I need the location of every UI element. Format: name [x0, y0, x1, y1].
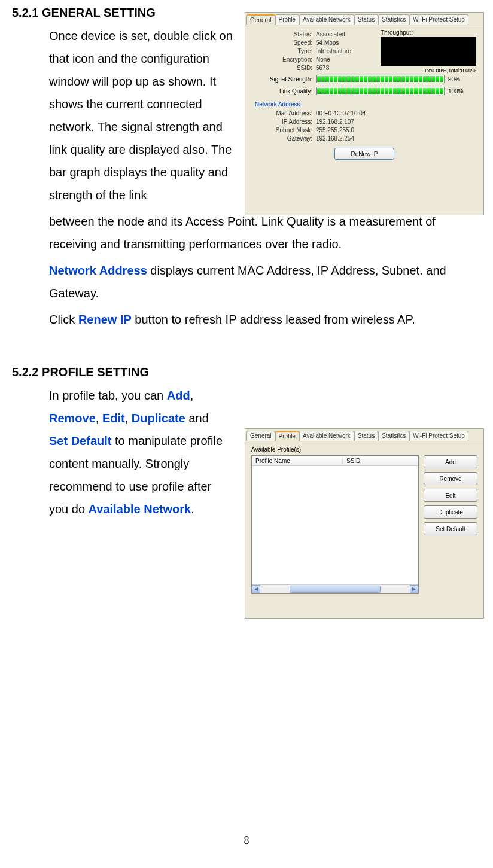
status-label: Status: — [252, 31, 316, 38]
horizontal-scrollbar[interactable]: ◀ ▶ — [252, 584, 418, 593]
network-address-term: Network Address — [49, 264, 147, 277]
scroll-track[interactable] — [260, 585, 410, 593]
remove-button[interactable]: Remove — [424, 472, 477, 485]
profile-setting-screenshot: General Profile Available Network Status… — [245, 428, 484, 619]
type-value: Infrastructure — [316, 48, 351, 54]
section-2-heading: 5.2.2 PROFILE SETTING — [12, 366, 481, 379]
tab-statistics[interactable]: Statistics — [378, 14, 409, 25]
throughput-stats: Tx:0.00%,Total:0.00% — [381, 68, 476, 74]
tab-wifi-protect-setup[interactable]: Wi-Fi Protect Setup — [409, 14, 468, 25]
link-quality-label: Link Quality: — [252, 88, 316, 95]
throughput-label: Throughput: — [381, 29, 476, 36]
ssid-value: 5678 — [316, 65, 329, 71]
tabs-row: General Profile Available Network Status… — [245, 13, 483, 25]
tab2-profile[interactable]: Profile — [275, 431, 299, 441]
section-1-p3-post: button to refresh IP address leased from… — [132, 313, 415, 326]
tab2-statistics[interactable]: Statistics — [378, 431, 409, 441]
col-ssid[interactable]: SSID — [343, 458, 418, 464]
profile-list[interactable]: Profile Name SSID ◀ ▶ — [251, 455, 419, 594]
tab2-available-network[interactable]: Available Network — [299, 431, 354, 441]
encryption-value: None — [316, 56, 330, 63]
network-address-label: Network Address: — [255, 101, 476, 108]
section-1-p2: Network Address displays current MAC Add… — [49, 259, 481, 304]
subnet-value: 255.255.255.0 — [316, 127, 354, 133]
tab-general[interactable]: General — [246, 14, 275, 25]
section-1-p1b: between the node and its Access Point. L… — [49, 210, 481, 255]
remove-term: Remove — [49, 412, 96, 425]
add-button[interactable]: Add — [424, 455, 477, 468]
type-label: Type: — [252, 48, 316, 54]
encryption-label: Encryption: — [252, 56, 316, 63]
signal-strength-bar — [316, 75, 445, 83]
link-quality-bar — [316, 87, 445, 95]
page-number: 8 — [0, 835, 493, 847]
scroll-right-icon[interactable]: ▶ — [410, 585, 418, 593]
edit-button[interactable]: Edit — [424, 489, 477, 502]
set-default-button[interactable]: Set Default — [424, 522, 477, 535]
mac-value: 00:E0:4C:07:10:04 — [316, 110, 366, 117]
edit-term: Edit — [102, 412, 125, 425]
profile-buttons: Add Remove Edit Duplicate Set Default — [424, 455, 477, 594]
section-2-intro: In profile tab, you can — [49, 389, 163, 402]
and-text: and — [185, 412, 209, 425]
signal-strength-percent: 90% — [448, 76, 460, 83]
section-2-period: . — [191, 502, 194, 516]
gateway-value: 192.168.2.254 — [316, 135, 354, 142]
ip-label: IP Address: — [252, 118, 316, 125]
gateway-label: Gateway: — [252, 135, 316, 142]
section-2-body: In profile tab, you can Add, Remove, Edi… — [49, 384, 229, 520]
throughput-panel: Throughput: Tx:0.00%,Total:0.00% — [381, 29, 476, 74]
section-1-p3-pre: Click — [49, 313, 78, 326]
speed-label: Speed: — [252, 39, 316, 46]
available-profiles-label: Available Profile(s) — [251, 446, 477, 453]
duplicate-button[interactable]: Duplicate — [424, 505, 477, 519]
set-default-term: Set Default — [49, 434, 111, 447]
link-quality-percent: 100% — [448, 88, 464, 95]
section-1-p1a: Once device is set, double click on that… — [49, 25, 241, 206]
available-network-term: Available Network — [89, 502, 191, 516]
throughput-graph — [381, 37, 476, 66]
profile-list-header: Profile Name SSID — [252, 456, 418, 466]
general-setting-screenshot: General Profile Available Network Status… — [245, 12, 484, 215]
ip-value: 192.168.2.107 — [316, 118, 354, 125]
ssid-label: SSID: — [252, 65, 316, 71]
tab-status[interactable]: Status — [354, 14, 378, 25]
tab2-status[interactable]: Status — [354, 431, 378, 441]
subnet-label: Subnet Mask: — [252, 127, 316, 133]
section-1-p3: Click Renew IP button to refresh IP addr… — [49, 308, 481, 331]
tabs-row-2: General Profile Available Network Status… — [245, 429, 483, 441]
tab2-wifi-protect-setup[interactable]: Wi-Fi Protect Setup — [409, 431, 468, 441]
tab2-general[interactable]: General — [246, 431, 275, 441]
tab-available-network[interactable]: Available Network — [299, 14, 354, 25]
scroll-thumb[interactable] — [290, 586, 381, 593]
add-term: Add — [167, 389, 190, 402]
renew-ip-term: Renew IP — [78, 313, 132, 326]
scroll-left-icon[interactable]: ◀ — [252, 585, 260, 593]
duplicate-term: Duplicate — [132, 412, 185, 425]
signal-strength-label: Signal Strength: — [252, 76, 316, 83]
col-profile-name[interactable]: Profile Name — [252, 458, 343, 464]
tab-profile[interactable]: Profile — [275, 14, 299, 25]
mac-label: Mac Address: — [252, 110, 316, 117]
status-value: Associated — [316, 31, 345, 38]
speed-value: 54 Mbps — [316, 39, 339, 46]
renew-ip-button[interactable]: ReNew IP — [334, 148, 394, 160]
